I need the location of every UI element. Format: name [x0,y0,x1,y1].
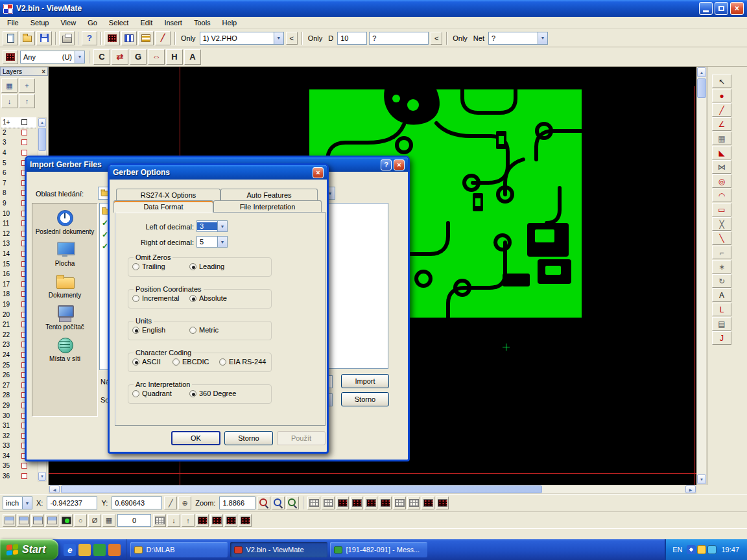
task-191-482-091-mess[interactable]: [191-482-091] - Mess... [330,542,427,557]
mask-layer-icon[interactable] [45,514,58,527]
task-d-mlab[interactable]: D:\MLAB [130,542,228,557]
only-net-label[interactable]: Only [453,34,468,42]
layer-up-icon[interactable]: ↑ [19,94,35,108]
radio-ebcdic[interactable]: EBCDIC [172,358,219,366]
dialog-help-button[interactable]: ? [381,159,392,170]
tab-file-interpretation[interactable]: File Interpretation [213,200,322,212]
dropdown-arrow-icon[interactable]: ▼ [274,32,283,44]
place-network-places[interactable]: Místa v síti [34,336,95,362]
layers-scrollbar-thumb[interactable] [38,128,46,151]
anchor-down-icon[interactable]: ↓ [167,514,180,527]
scroll-right-icon[interactable]: ▶ [685,485,696,493]
zoom-in-icon[interactable] [257,496,270,509]
radio-ascii[interactable]: ASCII [132,358,172,366]
add-circle-icon[interactable]: ◎ [712,174,731,188]
copper-bottom-icon[interactable] [17,514,30,527]
silk-layer-icon[interactable] [31,514,44,527]
menu-item-tools[interactable]: Tools [188,18,217,28]
menu-item-view[interactable]: View [54,18,82,28]
x-coordinate-value[interactable]: -0.942237 [47,496,97,509]
rotate-tool-icon[interactable]: ↻ [712,274,731,288]
layer-row-35[interactable]: 35 [1,461,36,471]
table-icon[interactable]: ▦ [102,514,115,527]
settings-icon[interactable]: ∗ [712,260,731,274]
dropdown-arrow-icon[interactable]: ▼ [217,221,227,231]
mesh-2-icon[interactable] [407,496,420,509]
language-indicator[interactable]: EN [672,546,682,554]
lasso-icon[interactable]: ○ [74,514,87,527]
export-icon[interactable]: ▤ [712,317,731,331]
film-red-2-icon[interactable] [350,496,363,509]
radio-quadrant[interactable]: Quadrant [132,390,189,397]
menu-item-help[interactable]: Help [217,18,243,28]
save-icon[interactable] [36,31,52,45]
cancel-button[interactable]: Storno [224,431,273,445]
layer-row-3[interactable]: 3 [1,137,36,148]
layers-close-icon[interactable]: × [42,68,45,75]
layer-swatch-icon[interactable] [3,50,18,64]
updates-icon[interactable] [707,545,717,554]
vertical-scrollbar-thumb[interactable] [697,78,706,98]
maximize-button[interactable] [715,2,728,15]
place-desktop[interactable]: Plocha [34,240,95,267]
layer-table-icon[interactable]: ▦ [1,78,18,93]
radio-absolute[interactable]: Absolute [189,294,246,302]
ime-icon[interactable] [687,545,696,554]
swap-layers-icon[interactable]: ⇄ [112,49,128,65]
task-v2-bin-viewmate[interactable]: V2.bin - ViewMate [230,542,327,557]
start-button[interactable]: Start [0,539,58,560]
y-coordinate-value[interactable]: 0.690643 [112,496,162,509]
layer-row-36[interactable]: 36 [1,471,36,482]
ie-icon[interactable]: e [64,544,76,556]
anchor-up-icon[interactable]: ↑ [182,514,195,527]
diag-grid-icon[interactable] [421,496,434,509]
film-red-1-icon[interactable] [336,496,349,509]
tab-data-format[interactable]: Data Format [113,200,213,213]
place-recent-documents[interactable]: Poslední dokumenty [34,209,95,235]
any-filter-select[interactable]: Any (U) ▼ [20,51,85,64]
gerber-close-button[interactable]: × [313,167,324,178]
mesh-icon[interactable] [393,496,406,509]
scroll-down-icon[interactable]: ▼ [697,474,706,484]
add-pad-icon[interactable]: ● [712,89,731,102]
angle-measure-icon[interactable]: ╱ [155,31,171,45]
copper-top-icon[interactable] [3,514,16,527]
dcode-table-icon[interactable] [121,31,137,45]
status-light-icon[interactable] [60,514,73,527]
scroll-left-icon[interactable]: ◀ [49,485,60,493]
zoom-all-icon[interactable] [286,496,299,509]
layer-down-icon[interactable]: ↓ [1,94,18,108]
zoom-value[interactable]: 1.8866 [219,496,255,509]
layer-add-icon[interactable]: + [19,78,35,93]
zoom-window-icon[interactable] [272,496,285,509]
checker-icon[interactable] [436,496,449,509]
layer-visibility-checkbox[interactable] [21,119,27,125]
menu-item-edit[interactable]: Edit [134,18,158,28]
place-my-computer[interactable]: Tento počítač [34,304,95,331]
import-close-button[interactable]: × [394,159,405,170]
grid-dots-icon[interactable] [307,496,320,509]
add-trace-icon[interactable]: ╱ [712,103,731,117]
layer-select[interactable]: 1) V2.PHO ▼ [200,32,284,45]
layer-visibility-checkbox[interactable] [21,139,27,145]
mirror-tool-icon[interactable]: ⋈ [712,160,731,174]
horizontal-scrollbar[interactable]: ◀ ▶ [49,485,696,494]
film-d-icon[interactable] [239,514,252,527]
menu-item-select[interactable]: Select [103,18,135,28]
menu-item-setup[interactable]: Setup [25,18,55,28]
hook-tool-icon[interactable]: J [712,331,731,345]
text-tool-icon[interactable]: A [712,288,731,302]
layer-visibility-checkbox[interactable] [21,463,27,469]
open-file-icon[interactable] [19,31,35,45]
firefox-icon[interactable] [108,544,121,556]
tab-rs274-x-options[interactable]: RS274-X Options [116,189,220,200]
center-origin-icon[interactable]: ⊕ [178,496,191,509]
film-red-3-icon[interactable] [364,496,377,509]
gerber-dialog-title[interactable]: Gerber Options × [110,165,327,180]
apply-button[interactable]: Použít [277,431,326,445]
select-window-icon[interactable]: ▭ [712,203,731,216]
scroll-up-icon[interactable]: ▲ [697,67,706,77]
text-marker-icon[interactable]: A [184,49,201,65]
radio-trailing[interactable]: Trailing [132,262,189,270]
mirror-icon[interactable]: ⇔ [148,49,165,65]
